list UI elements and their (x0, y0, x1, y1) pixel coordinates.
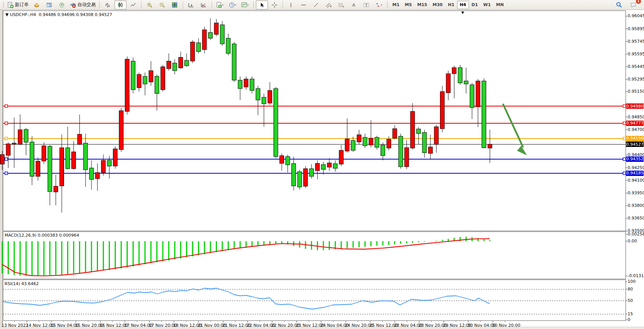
candle-body-bull[interactable] (0, 155, 5, 164)
candle-body-bull[interactable] (113, 149, 117, 166)
candle-body-bull[interactable] (119, 111, 123, 150)
candle-body-bull[interactable] (327, 163, 331, 167)
candle-body-bull[interactable] (411, 111, 415, 148)
candle-body-bear[interactable] (220, 25, 225, 44)
autotrade-button[interactable]: 自动交易 (68, 0, 97, 10)
candle-body-bear[interactable] (208, 32, 212, 38)
candle-body-bull[interactable] (440, 92, 445, 129)
candle-body-bull[interactable] (446, 74, 450, 93)
candle-body-bear[interactable] (309, 169, 313, 176)
level-anchor[interactable] (623, 137, 626, 140)
candle-body-bear[interactable] (482, 81, 486, 148)
one-click-collapse-icon[interactable]: ▼ (461, 11, 464, 15)
chart-shift-button[interactable] (198, 0, 210, 10)
candle-body-bear[interactable] (30, 142, 34, 176)
candle-body-bear[interactable] (232, 44, 236, 80)
candle-body-bull[interactable] (54, 186, 58, 192)
level-anchor[interactable] (5, 122, 8, 124)
notifications-button[interactable]: 1 (627, 0, 639, 10)
text-tool-button[interactable]: A (348, 0, 360, 10)
candle-body-bull[interactable] (178, 57, 183, 68)
candle-body-bear[interactable] (351, 140, 355, 150)
timeframe-h1-button[interactable]: H1 (445, 1, 457, 9)
candle-body-bear[interactable] (66, 148, 70, 169)
candle-body-bull[interactable] (304, 169, 308, 186)
candle-body-bull[interactable] (12, 143, 16, 144)
candle-body-bull[interactable] (339, 150, 343, 164)
candle-body-bull[interactable] (357, 135, 361, 142)
candle-body-bull[interactable] (137, 74, 141, 88)
candle-body-bull[interactable] (452, 68, 456, 74)
period-button[interactable] (226, 0, 239, 10)
candle-body-bull[interactable] (77, 134, 82, 144)
vline-tool-button[interactable] (285, 0, 297, 10)
timeframe-mn-button[interactable]: MN (493, 1, 506, 9)
timeframe-m1-button[interactable]: M1 (390, 1, 402, 9)
level-anchor[interactable] (623, 122, 626, 124)
candle-body-bear[interactable] (48, 146, 52, 192)
timeframe-h4-button[interactable]: H4 (457, 1, 469, 9)
candle-body-bear[interactable] (238, 80, 242, 89)
candle-body-bear[interactable] (286, 156, 290, 165)
auto-scroll-button[interactable] (185, 0, 197, 10)
candle-body-bear[interactable] (89, 168, 93, 179)
candle-body-bull[interactable] (315, 163, 320, 171)
level-anchor[interactable] (623, 105, 626, 108)
tile-windows-button[interactable] (169, 0, 181, 10)
timeframe-w1-button[interactable]: W1 (480, 1, 493, 9)
bar-chart-type-button[interactable] (102, 0, 114, 10)
candle-body-bear[interactable] (155, 76, 159, 94)
toolbar-grip[interactable] (387, 2, 388, 8)
candle-body-bull[interactable] (149, 71, 153, 82)
new-order-button[interactable]: 新订单 (6, 0, 30, 10)
candle-body-bear[interactable] (464, 81, 468, 84)
template-button[interactable] (239, 0, 251, 10)
candle-body-bull[interactable] (101, 160, 106, 173)
candle-body-bear[interactable] (24, 129, 28, 142)
timeframe-m30-button[interactable]: M30 (430, 1, 445, 9)
candle-body-bear[interactable] (131, 61, 135, 90)
candle-body-bull[interactable] (268, 90, 272, 103)
zoom-in-button[interactable] (143, 0, 156, 10)
candle-body-bull[interactable] (191, 42, 195, 61)
zoom-out-button[interactable] (156, 0, 168, 10)
timeframe-m15-button[interactable]: M15 (414, 1, 430, 9)
crosshair-tool-button[interactable] (268, 0, 281, 10)
timeframe-m5-button[interactable]: M5 (402, 1, 415, 9)
candle-body-bull[interactable] (214, 23, 218, 34)
candle-body-bear[interactable] (262, 97, 266, 104)
candle-body-bull[interactable] (72, 152, 76, 169)
strategy-tester-button[interactable] (56, 0, 68, 10)
candle-body-bull[interactable] (36, 161, 40, 176)
candle-body-bear[interactable] (363, 137, 367, 146)
candle-body-bear[interactable] (458, 68, 462, 83)
candle-body-bear[interactable] (375, 137, 379, 147)
fibonacci-tool-button[interactable]: F (335, 0, 347, 10)
candle-body-bear[interactable] (173, 63, 177, 71)
candle-body-bull[interactable] (488, 144, 492, 148)
candle-body-bear[interactable] (84, 143, 88, 170)
candle-body-bull[interactable] (202, 30, 207, 50)
candle-body-bull[interactable] (345, 139, 349, 151)
candle-body-bull[interactable] (42, 146, 46, 161)
candle-body-bull[interactable] (434, 127, 438, 144)
chart-menu-triangle-icon[interactable]: ▼ (5, 12, 10, 17)
level-anchor[interactable] (5, 137, 8, 140)
candle-body-bear[interactable] (398, 136, 403, 167)
candle-body-bull[interactable] (161, 67, 165, 90)
toolbar-grip[interactable] (3, 2, 4, 8)
level-anchor[interactable] (623, 158, 626, 160)
level-anchor[interactable] (5, 172, 8, 174)
candle-body-bull[interactable] (125, 59, 129, 111)
candle-body-bull[interactable] (476, 81, 480, 107)
candle-body-bear[interactable] (250, 79, 254, 90)
candle-body-bull[interactable] (18, 130, 22, 144)
candle-body-bear[interactable] (321, 164, 326, 169)
candle-body-bear[interactable] (226, 38, 230, 53)
toolbar-grip[interactable] (99, 2, 100, 8)
channel-tool-button[interactable]: E (323, 0, 335, 10)
trendline-tool-button[interactable] (310, 0, 322, 10)
candle-body-bull[interactable] (369, 138, 373, 145)
indicators-button[interactable] (214, 0, 226, 10)
candle-body-bear[interactable] (196, 43, 201, 52)
